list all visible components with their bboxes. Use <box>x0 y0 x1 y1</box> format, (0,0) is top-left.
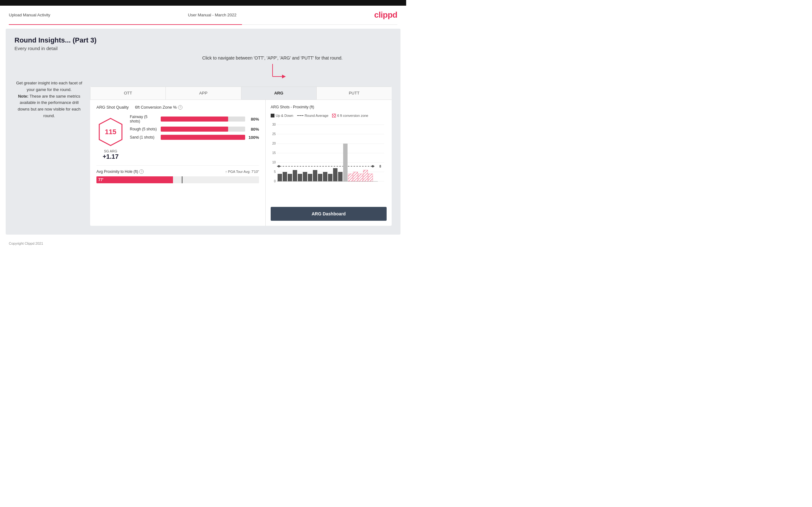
main-content: Round Insights... (Part 3) Every round i… <box>6 29 401 235</box>
proximity-bar: 77' <box>96 176 259 183</box>
sand-bar <box>161 135 245 140</box>
hex-badge: 115 <box>98 118 123 146</box>
tabs-container: OTT APP ARG PUTT <box>90 87 392 100</box>
svg-rect-26 <box>298 174 302 181</box>
upload-manual-activity-link[interactable]: Upload Manual Activity <box>9 13 50 17</box>
insight-text: Get greater insight into each facet of y… <box>14 80 84 119</box>
svg-rect-23 <box>283 172 287 181</box>
rough-shot-row: Rough (5 shots) 80% <box>130 127 259 132</box>
card-right-section: ARG Shots - Proximity (ft) Up & Down Rou… <box>266 100 392 226</box>
fairway-pct: 80% <box>248 117 259 122</box>
nav-arrow-icon <box>269 64 288 83</box>
svg-marker-2 <box>282 75 286 78</box>
chart-legend: Up & Down Round Average 6 ft conversion … <box>271 114 368 117</box>
svg-rect-24 <box>288 174 292 181</box>
sand-pct: 100% <box>248 135 259 140</box>
svg-rect-28 <box>308 174 312 181</box>
svg-rect-25 <box>293 170 297 181</box>
top-bar <box>0 0 406 6</box>
clippd-logo: clippd <box>374 10 397 20</box>
fairway-label: Fairway (5 shots) <box>130 115 158 123</box>
card-body: ARG Shot Quality 6ft Conversion Zone % ? <box>90 100 392 226</box>
svg-marker-19 <box>277 165 281 168</box>
svg-rect-39 <box>358 174 363 181</box>
svg-marker-20 <box>371 165 375 168</box>
svg-rect-29 <box>313 170 317 181</box>
legend-conversion-zone: 6 ft conversion zone <box>332 114 368 117</box>
svg-rect-41 <box>368 174 373 181</box>
section-headers: ARG Shot Quality 6ft Conversion Zone % ? <box>96 105 259 110</box>
proximity-help-icon[interactable]: ? <box>139 169 144 174</box>
pga-label: ↑ PGA Tour Avg: 7'10" <box>225 170 259 173</box>
proximity-cursor <box>182 176 183 183</box>
svg-text:15: 15 <box>272 151 276 155</box>
tab-arg[interactable]: ARG <box>241 87 317 100</box>
svg-rect-27 <box>303 172 307 181</box>
proximity-chart: 30 25 20 15 10 5 0 <box>271 120 387 186</box>
svg-rect-35 <box>343 144 348 181</box>
svg-rect-34 <box>338 172 343 181</box>
proximity-fill: 77' <box>96 176 173 183</box>
page-subtitle: Every round in detail <box>14 46 392 51</box>
svg-rect-32 <box>328 174 333 181</box>
svg-text:5: 5 <box>274 170 276 173</box>
svg-rect-30 <box>318 174 322 181</box>
dashboard-card: OTT APP ARG PUTT ARG Shot Quality 6ft Co… <box>90 87 392 226</box>
proximity-header: Avg Proximity to Hole (ft) ? ↑ PGA Tour … <box>96 169 259 174</box>
tab-ott[interactable]: OTT <box>90 87 166 100</box>
proximity-section: Avg Proximity to Hole (ft) ? ↑ PGA Tour … <box>96 165 259 183</box>
svg-text:20: 20 <box>272 142 276 145</box>
svg-text:25: 25 <box>272 132 276 136</box>
svg-rect-22 <box>277 174 282 181</box>
chart-area: 30 25 20 15 10 5 0 <box>271 120 387 204</box>
svg-rect-37 <box>348 174 353 181</box>
conversion-label: 6ft Conversion Zone % ? <box>135 105 183 110</box>
legend-up-down: Up & Down <box>271 114 293 117</box>
svg-text:30: 30 <box>272 123 276 126</box>
copyright-text: Copyright Clippd 2021 <box>9 241 43 245</box>
document-title: User Manual - March 2022 <box>188 13 237 17</box>
sand-shot-row: Sand (1 shots) 100% <box>130 135 259 140</box>
shot-quality-label: ARG Shot Quality <box>96 105 129 110</box>
chart-title: ARG Shots - Proximity (ft) <box>271 105 314 109</box>
left-panel: Get greater insight into each facet of y… <box>14 55 84 226</box>
svg-text:10: 10 <box>272 161 276 164</box>
svg-text:8: 8 <box>379 165 381 168</box>
tab-putt[interactable]: PUTT <box>316 87 392 100</box>
proximity-label: Avg Proximity to Hole (ft) <box>96 169 138 174</box>
hex-number: 115 <box>105 128 116 136</box>
arg-dashboard-button[interactable]: ARG Dashboard <box>271 207 387 221</box>
rough-bar <box>161 127 245 132</box>
tab-app[interactable]: APP <box>165 87 241 100</box>
header: Upload Manual Activity User Manual - Mar… <box>0 6 406 24</box>
card-left-section: ARG Shot Quality 6ft Conversion Zone % ? <box>90 100 266 226</box>
shot-quality-bars: Fairway (5 shots) 80% Rough (5 shots) <box>130 115 259 143</box>
proximity-value: 77' <box>98 178 103 182</box>
svg-rect-31 <box>323 172 327 181</box>
svg-rect-33 <box>333 168 338 181</box>
legend-round-avg: Round Average <box>297 114 328 117</box>
page-title: Round Insights... (Part 3) <box>14 36 392 44</box>
sg-label: SG ARG <box>96 149 125 153</box>
fairway-shot-row: Fairway (5 shots) 80% <box>130 115 259 123</box>
fairway-bar <box>161 116 245 122</box>
sg-value: +1.17 <box>96 153 125 160</box>
svg-rect-40 <box>363 170 368 181</box>
header-divider <box>9 24 397 25</box>
svg-text:0: 0 <box>274 179 276 183</box>
note-label: Note: <box>18 94 29 99</box>
sand-label: Sand (1 shots) <box>130 135 158 139</box>
nav-hint: Click to navigate between 'OTT', 'APP', … <box>202 55 343 61</box>
rough-label: Rough (5 shots) <box>130 127 158 131</box>
conversion-help-icon[interactable]: ? <box>178 105 183 110</box>
rough-pct: 80% <box>248 127 259 132</box>
footer: Copyright Clippd 2021 <box>0 238 406 248</box>
svg-rect-38 <box>353 172 358 181</box>
